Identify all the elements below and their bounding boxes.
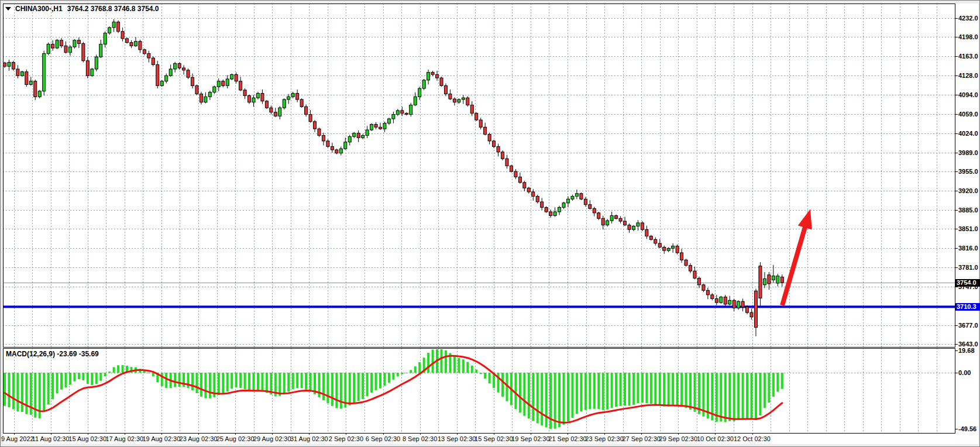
bearish-candle (593, 208, 596, 213)
bearish-candle (436, 74, 439, 78)
bearish-candle (658, 243, 661, 247)
bearish-candle (754, 291, 757, 327)
bearish-candle (715, 298, 718, 302)
bullish-candle (47, 44, 50, 53)
bearish-candle (733, 300, 735, 308)
bearish-candle (527, 188, 530, 192)
bearish-candle (16, 69, 19, 75)
bearish-candle (51, 44, 54, 48)
bullish-candle (95, 57, 98, 69)
bullish-candle (256, 94, 259, 98)
bearish-candle (34, 81, 37, 97)
bullish-candle (562, 203, 565, 208)
bullish-candle (414, 97, 417, 105)
bullish-candle (213, 87, 216, 92)
support-line-badge: 3710.3 (955, 303, 980, 311)
bearish-candle (475, 114, 478, 120)
bullish-candle (387, 119, 390, 123)
macd-tick-label: -49.56 (958, 425, 976, 432)
bearish-candle (444, 85, 447, 94)
bullish-candle (637, 223, 639, 226)
bearish-candle (64, 46, 67, 52)
bearish-candle (453, 99, 456, 102)
price-tick-label: 4059.0 (958, 111, 978, 118)
bearish-candle (693, 271, 696, 278)
bearish-candle (195, 85, 198, 94)
bearish-candle (780, 277, 783, 283)
bearish-candle (645, 229, 648, 236)
bullish-candle (68, 47, 71, 52)
bearish-candle (405, 114, 408, 115)
bearish-candle (300, 99, 303, 106)
bearish-candle (654, 239, 657, 243)
bearish-candle (601, 218, 604, 225)
bearish-candle (4, 63, 6, 67)
bullish-candle (462, 98, 465, 99)
bearish-candle (549, 212, 552, 216)
bearish-candle (488, 135, 491, 141)
bearish-candle (335, 150, 338, 153)
bullish-candle (43, 54, 46, 91)
bearish-candle (536, 197, 539, 202)
bullish-candle (8, 63, 11, 67)
bearish-candle (750, 312, 753, 317)
bearish-candle (493, 141, 496, 146)
bullish-candle (575, 194, 578, 197)
bearish-candle (689, 266, 692, 271)
bearish-candle (506, 159, 508, 166)
price-tick-label: 3851.0 (958, 225, 978, 232)
bearish-candle (243, 90, 246, 95)
bearish-candle (711, 295, 714, 299)
bearish-candle (510, 166, 513, 171)
bullish-candle (366, 130, 369, 135)
bullish-candle (204, 97, 207, 102)
symbol-timeframe: CHINA300-,H1 (15, 5, 63, 13)
macd-panel-border (4, 349, 955, 434)
bullish-candle (776, 276, 779, 283)
bullish-candle (458, 99, 460, 102)
bullish-candle (392, 115, 395, 119)
bullish-candle (667, 248, 670, 250)
bearish-candle (584, 199, 587, 204)
bearish-candle (86, 61, 89, 76)
bearish-candle (183, 68, 185, 70)
bearish-candle (628, 225, 631, 230)
bearish-candle (261, 94, 264, 101)
price-chart-surface[interactable] (0, 0, 980, 447)
bearish-candle (741, 301, 744, 307)
price-tick-label: 3920.0 (958, 187, 978, 194)
price-tick-label: 3885.0 (958, 207, 978, 214)
bearish-candle (326, 141, 329, 146)
bearish-candle (296, 94, 299, 99)
bearish-candle (77, 40, 80, 44)
bullish-candle (91, 69, 94, 75)
price-tick-label: 4128.0 (958, 72, 978, 79)
bearish-candle (274, 112, 277, 116)
bullish-candle (720, 297, 723, 302)
bullish-candle (348, 136, 351, 142)
bearish-candle (239, 81, 242, 90)
bullish-candle (160, 81, 163, 86)
bearish-candle (676, 246, 679, 253)
bullish-candle (558, 207, 561, 212)
bullish-candle (410, 105, 412, 114)
bearish-candle (374, 125, 377, 128)
bearish-candle (768, 275, 771, 284)
bullish-candle (217, 81, 220, 87)
price-tick-label: 3677.0 (958, 322, 978, 329)
bearish-candle (706, 290, 709, 295)
bearish-candle (222, 81, 225, 86)
bullish-candle (632, 226, 635, 230)
time-axis-label: 12 Oct 02:30 (726, 435, 779, 442)
chart-title: CHINA300-,H1 3764.2 3768.8 3746.8 3754.0 (5, 4, 159, 13)
candles-layer (4, 19, 784, 336)
bearish-candle (649, 236, 652, 240)
support-line[interactable] (3, 305, 955, 308)
bearish-candle (497, 146, 500, 152)
bullish-candle (344, 142, 347, 149)
symbol-dropdown-icon[interactable] (5, 7, 11, 11)
bullish-candle (610, 216, 613, 221)
macd-tick-label: 0.00 (958, 369, 971, 376)
bullish-candle (339, 149, 342, 153)
bearish-candle (187, 70, 190, 77)
